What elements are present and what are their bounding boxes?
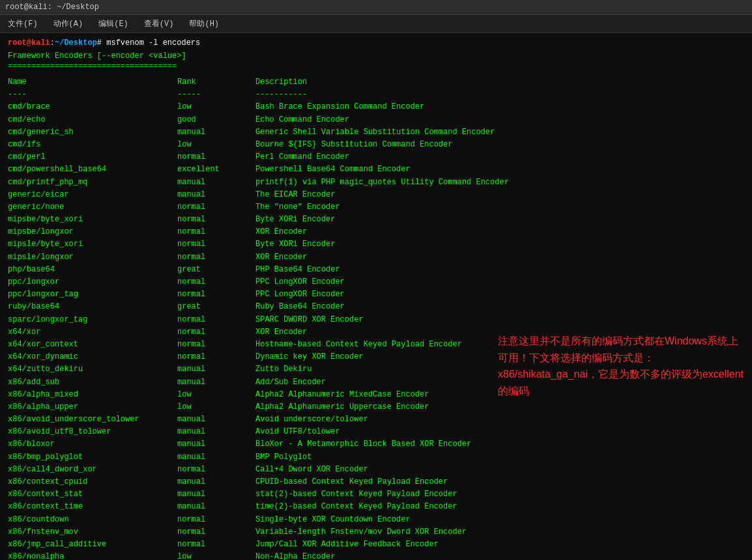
table-row: cmd/powershell_base64excellentPowershell… xyxy=(8,163,744,176)
section-header: Framework Encoders [--encoder <value>] xyxy=(8,51,744,61)
row-desc: Byte XORi Encoder xyxy=(255,214,744,226)
row-name: x86/context_time xyxy=(8,501,177,513)
row-desc: Ruby Base64 Encoder xyxy=(255,301,744,313)
col-desc-header: Description xyxy=(255,76,744,89)
dash-rank: ----- xyxy=(177,89,255,101)
row-rank: normal xyxy=(177,514,255,526)
table-row: x86/context_statmanualstat(2)-based Cont… xyxy=(8,488,744,501)
table-row: x86/context_timemanualtime(2)-based Cont… xyxy=(8,501,744,513)
table-row: ruby/base64greatRuby Base64 Encoder xyxy=(8,301,744,313)
row-rank: manual xyxy=(177,376,255,389)
row-desc: Byte XORi Encoder xyxy=(255,238,744,251)
row-rank: normal xyxy=(177,276,255,288)
row-desc: printf(1) via PHP magic_quotes Utility C… xyxy=(255,176,744,189)
table-row: cmd/perlnormalPerl Command Encoder xyxy=(8,151,744,163)
row-desc: Powershell Base64 Command Encoder xyxy=(255,163,744,176)
command-line: root@kali:~/Desktop# msfvenom -l encoder… xyxy=(8,38,744,48)
row-desc: Non-Alpha Encoder xyxy=(255,551,744,560)
row-rank: good xyxy=(177,114,255,126)
row-name: cmd/perl xyxy=(8,151,177,163)
table-row: x86/countdownnormalSingle-byte XOR Count… xyxy=(8,514,744,526)
row-name: x86/avoid_underscore_tolower xyxy=(8,413,177,426)
row-name: x64/xor_dynamic xyxy=(8,351,177,363)
terminal: root@kali:~/Desktop# msfvenom -l encoder… xyxy=(0,33,752,560)
row-name: generic/eicar xyxy=(8,189,177,201)
table-row: mipsle/byte_xorinormalByte XORi Encoder xyxy=(8,238,744,251)
table-row: x86/bmp_polyglotmanualBMP Polyglot xyxy=(8,451,744,464)
row-rank: excellent xyxy=(177,163,255,176)
row-name: x86/alpha_mixed xyxy=(8,389,177,401)
table-row: mipsbe/byte_xorinormalByte XORi Encoder xyxy=(8,214,744,226)
row-desc: XOR Encoder xyxy=(255,226,744,238)
row-name: cmd/powershell_base64 xyxy=(8,163,177,176)
row-rank: normal xyxy=(177,238,255,251)
row-desc: Jump/Call XOR Additive Feedback Encoder xyxy=(255,539,744,551)
row-desc: The "none" Encoder xyxy=(255,201,744,214)
table-row: x86/jmp_call_additivenormalJump/Call XOR… xyxy=(8,539,744,551)
table-row: generic/nonenormalThe "none" Encoder xyxy=(8,201,744,214)
row-desc: SPARC DWORD XOR Encoder xyxy=(255,314,744,326)
row-name: ppc/longxor xyxy=(8,276,177,288)
menu-file[interactable]: 文件(F) xyxy=(5,17,40,31)
row-name: generic/none xyxy=(8,201,177,214)
row-rank: normal xyxy=(177,201,255,214)
row-desc: Call+4 Dword XOR Encoder xyxy=(255,464,744,476)
row-name: mipsle/longxor xyxy=(8,251,177,264)
menu-bar: 文件(F) 动作(A) 编辑(E) 查看(V) 帮助(H) xyxy=(0,15,752,33)
row-name: x86/countdown xyxy=(8,514,177,526)
row-name: x86/jmp_call_additive xyxy=(8,539,177,551)
menu-edit[interactable]: 编辑(E) xyxy=(96,17,131,31)
row-rank: low xyxy=(177,401,255,413)
row-name: cmd/ifs xyxy=(8,139,177,151)
row-name: mipsbe/longxor xyxy=(8,226,177,238)
row-name: x86/context_cpuid xyxy=(8,476,177,488)
row-name: ruby/base64 xyxy=(8,301,177,313)
row-name: x86/avoid_utf8_tolower xyxy=(8,426,177,438)
row-desc: time(2)-based Context Keyed Payload Enco… xyxy=(255,501,744,513)
row-rank: normal xyxy=(177,326,255,339)
table-dashes: ---- ----- ----------- xyxy=(8,89,744,101)
menu-help[interactable]: 帮助(H) xyxy=(186,17,222,31)
divider: ==================================== xyxy=(8,62,744,71)
row-desc: CPUID-based Context Keyed Payload Encode… xyxy=(255,476,744,488)
table-row: ppc/longxor_tagnormalPPC LongXOR Encoder xyxy=(8,288,744,301)
row-rank: normal xyxy=(177,251,255,264)
row-name: x64/xor_context xyxy=(8,339,177,351)
row-desc: The EICAR Encoder xyxy=(255,189,744,201)
row-rank: normal xyxy=(177,151,255,163)
table-row: php/base64greatPHP Base64 Encoder xyxy=(8,264,744,276)
row-name: mipsle/byte_xori xyxy=(8,238,177,251)
row-rank: low xyxy=(177,139,255,151)
table-row: generic/eicarmanualThe EICAR Encoder xyxy=(8,189,744,201)
table-row: cmd/generic_shmanualGeneric Shell Variab… xyxy=(8,126,744,139)
row-name: x86/call4_dword_xor xyxy=(8,464,177,476)
row-name: cmd/echo xyxy=(8,114,177,126)
row-rank: normal xyxy=(177,351,255,363)
row-rank: manual xyxy=(177,438,255,451)
dash-name: ---- xyxy=(8,89,177,101)
row-name: x86/alpha_upper xyxy=(8,401,177,413)
table-row: mipsle/longxornormalXOR Encoder xyxy=(8,251,744,264)
row-desc: PPC LongXOR Encoder xyxy=(255,276,744,288)
row-desc: Avoid UTF8/tolower xyxy=(255,426,744,438)
row-rank: normal xyxy=(177,526,255,539)
row-desc: XOR Encoder xyxy=(255,251,744,264)
row-rank: normal xyxy=(177,226,255,238)
table-row: x86/alpha_upperlowAlpha2 Alphanumeric Up… xyxy=(8,401,744,413)
row-rank: normal xyxy=(177,539,255,551)
row-rank: low xyxy=(177,551,255,560)
annotation-box: 注意这里并不是所有的编码方式都在Windows系统上可用！下文将选择的编码方式是… xyxy=(498,333,745,399)
row-rank: manual xyxy=(177,176,255,189)
row-desc: BMP Polyglot xyxy=(255,451,744,464)
row-rank: manual xyxy=(177,189,255,201)
table-row: mipsbe/longxornormalXOR Encoder xyxy=(8,226,744,238)
menu-view[interactable]: 查看(V) xyxy=(141,17,177,31)
row-name: cmd/printf_php_mq xyxy=(8,176,177,189)
row-name: sparc/longxor_tag xyxy=(8,314,177,326)
prompt-path: ~/Desktop xyxy=(55,38,97,48)
row-name: mipsbe/byte_xori xyxy=(8,214,177,226)
row-rank: normal xyxy=(177,288,255,301)
row-rank: manual xyxy=(177,488,255,501)
menu-action[interactable]: 动作(A) xyxy=(51,17,86,31)
row-desc: Echo Command Encoder xyxy=(255,114,744,126)
